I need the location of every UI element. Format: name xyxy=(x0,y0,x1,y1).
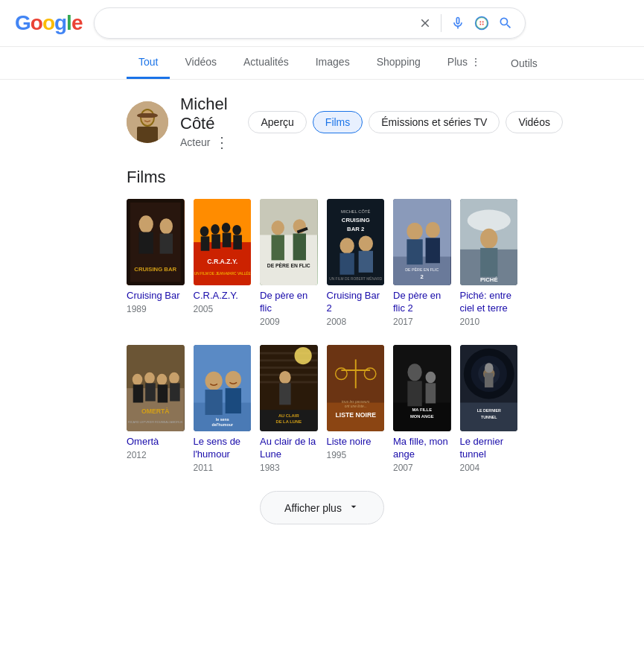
tag-apercu[interactable]: Aperçu xyxy=(248,111,306,133)
film-poster: PICHÉ xyxy=(460,199,518,285)
film-title: Cruising Bar 2 xyxy=(327,290,385,315)
film-year: 2007 xyxy=(393,463,451,473)
show-more-button[interactable]: Afficher plus xyxy=(260,491,384,524)
person-role: Acteur xyxy=(180,136,210,148)
svg-rect-20 xyxy=(211,234,220,248)
list-item[interactable]: PICHÉ Piché: entre ciel et terre 2010 xyxy=(460,199,518,327)
film-year: 2010 xyxy=(460,317,518,327)
list-item[interactable]: le sens del'humour Le sens de l'humour 2… xyxy=(194,345,252,473)
films-grid-row2: OMERTÀ RICARD LEPVRIER ROUMEAU AMORUK Om… xyxy=(127,345,517,473)
list-item[interactable]: DE PÈRE EN FLIC 2 De père en flic 2 2017 xyxy=(393,199,451,327)
svg-text:DE PÈRE EN FLIC: DE PÈRE EN FLIC xyxy=(267,262,310,268)
tab-shopping[interactable]: Shopping xyxy=(365,47,433,79)
svg-rect-32 xyxy=(293,234,306,261)
film-poster: DE PÈRE EN FLIC xyxy=(260,199,318,285)
person-meta: Acteur ⋮ xyxy=(180,135,230,150)
svg-rect-75 xyxy=(225,388,240,413)
tag-films[interactable]: Films xyxy=(313,111,363,133)
svg-point-85 xyxy=(295,347,312,364)
svg-point-48 xyxy=(426,222,440,238)
svg-text:RICARD LEPVRIER ROUMEAU AMORUK: RICARD LEPVRIER ROUMEAU AMORUK xyxy=(128,420,183,424)
search-button[interactable] xyxy=(498,16,513,31)
svg-point-103 xyxy=(426,372,436,384)
svg-text:AU CLAIR: AU CLAIR xyxy=(278,413,300,418)
svg-text:CRUISING BAR: CRUISING BAR xyxy=(134,266,176,273)
svg-rect-18 xyxy=(200,236,209,250)
list-item[interactable]: LE DERNIER TUNNEL Le dernier tunnel 2004 xyxy=(460,345,518,473)
svg-rect-13 xyxy=(160,234,173,254)
film-year: 1989 xyxy=(127,304,185,314)
tab-videos[interactable]: Vidéos xyxy=(173,47,229,79)
film-year: 2012 xyxy=(127,450,185,460)
lens-button[interactable] xyxy=(474,16,489,31)
svg-text:TUNNEL: TUNNEL xyxy=(480,415,497,419)
svg-rect-67 xyxy=(170,383,180,401)
svg-text:LE DERNIER: LE DERNIER xyxy=(476,408,500,413)
svg-point-101 xyxy=(407,364,421,381)
list-item[interactable]: DE PÈRE EN FLIC De père en flic 2009 xyxy=(260,199,318,327)
svg-point-55 xyxy=(480,229,497,249)
svg-text:OMERTÀ: OMERTÀ xyxy=(141,407,170,415)
tab-plus[interactable]: Plus ⋮ xyxy=(436,47,493,79)
person-card: Michel Côté Acteur ⋮ Aperçu Films Émissi… xyxy=(127,95,517,150)
svg-text:le sens: le sens xyxy=(215,417,229,422)
svg-rect-102 xyxy=(407,381,421,406)
svg-text:CRUISING: CRUISING xyxy=(341,217,369,223)
svg-rect-30 xyxy=(272,235,284,260)
film-title: Ma fille, mon ange xyxy=(393,436,451,461)
svg-text:BAR 2: BAR 2 xyxy=(347,226,364,232)
svg-point-54 xyxy=(467,210,510,232)
main-content: Michel Côté Acteur ⋮ Aperçu Films Émissi… xyxy=(0,80,644,554)
avatar xyxy=(127,101,168,143)
list-item[interactable]: MA FILLE MON ANGE Ma fille, mon ange 200… xyxy=(393,345,451,473)
svg-text:MON ANGE: MON ANGE xyxy=(410,414,434,419)
svg-rect-11 xyxy=(138,232,153,254)
tab-tout[interactable]: Tout xyxy=(127,47,170,79)
more-options-button[interactable]: ⋮ xyxy=(214,135,230,150)
svg-rect-61 xyxy=(133,384,144,402)
google-logo: Google xyxy=(15,11,82,35)
svg-text:del'humour: del'humour xyxy=(211,423,233,428)
svg-point-17 xyxy=(200,226,208,237)
mic-button[interactable] xyxy=(450,16,465,31)
svg-rect-49 xyxy=(426,238,440,263)
film-title: Au clair de la Lune xyxy=(260,436,318,461)
plus-label: Plus xyxy=(447,56,468,68)
list-item[interactable]: AU CLAIR DE LA LUNE Au clair de la Lune … xyxy=(260,345,318,473)
search-input[interactable]: films de michel côté xyxy=(106,16,412,30)
header: Google films de michel côté xyxy=(0,0,644,47)
tag-emissions[interactable]: Émissions et séries TV xyxy=(369,111,500,133)
plus-dropdown-icon: ⋮ xyxy=(471,56,481,68)
svg-text:2: 2 xyxy=(421,273,424,280)
clear-button[interactable] xyxy=(418,16,432,30)
list-item[interactable]: MICHEL CÔTÉ CRUISING BAR 2 UN FILM DE RO… xyxy=(327,199,385,327)
svg-rect-28 xyxy=(260,199,318,235)
svg-text:MICHEL CÔTÉ: MICHEL CÔTÉ xyxy=(341,209,371,214)
tab-images[interactable]: Images xyxy=(304,47,362,79)
film-year: 1983 xyxy=(260,463,318,473)
film-title: Piché: entre ciel et terre xyxy=(460,290,518,315)
svg-text:UN FILM DE JEAN-MARC VALLÉE: UN FILM DE JEAN-MARC VALLÉE xyxy=(194,271,251,276)
film-title: Le dernier tunnel xyxy=(460,436,518,461)
svg-text:PICHÉ: PICHÉ xyxy=(479,276,497,283)
svg-text:LISTE NOIRE: LISTE NOIRE xyxy=(335,411,376,419)
films-grid-row1: CRUISING BAR Cruising Bar 1989 xyxy=(127,199,517,327)
svg-rect-114 xyxy=(484,373,493,387)
nav-outils[interactable]: Outils xyxy=(499,48,549,78)
person-name: Michel Côté xyxy=(180,95,230,133)
tag-videos[interactable]: Vidéos xyxy=(506,111,563,133)
svg-rect-63 xyxy=(145,383,156,401)
show-more-label: Afficher plus xyxy=(284,502,342,514)
svg-rect-104 xyxy=(426,383,436,403)
film-title: Le sens de l'humour xyxy=(194,436,252,461)
list-item[interactable]: CRUISING BAR Cruising Bar 1989 xyxy=(127,199,185,327)
list-item[interactable]: tous les passeurs ont une liste... LISTE… xyxy=(327,345,385,473)
chevron-down-icon xyxy=(348,501,360,515)
list-item[interactable]: C.R.A.Z.Y. UN FILM DE JEAN-MARC VALLÉE C… xyxy=(194,199,252,327)
tab-actualites[interactable]: Actualités xyxy=(232,47,301,79)
svg-rect-3 xyxy=(137,127,158,143)
film-year: 2005 xyxy=(194,304,252,314)
svg-point-72 xyxy=(205,372,222,390)
list-item[interactable]: OMERTÀ RICARD LEPVRIER ROUMEAU AMORUK Om… xyxy=(127,345,185,473)
film-year: 2008 xyxy=(327,317,385,327)
